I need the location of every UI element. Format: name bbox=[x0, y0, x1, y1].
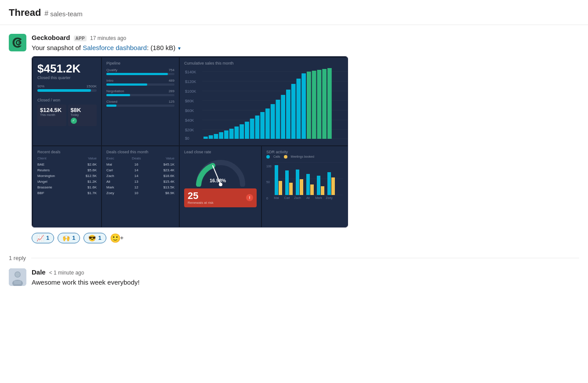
db-closed-quarter-value: $451.2K bbox=[37, 63, 97, 74]
svg-rect-33 bbox=[281, 95, 285, 139]
pipeline-item-qualify: Qualify 754 bbox=[106, 68, 174, 75]
dropdown-arrow-icon[interactable]: ▾ bbox=[178, 45, 181, 51]
table-row: Zach14$18.6K bbox=[106, 173, 174, 179]
reply-sender: Dale bbox=[32, 268, 46, 276]
reply-text: Awesome work this week everybody! bbox=[32, 278, 579, 287]
reaction-sunglasses-emoji: 😎 bbox=[88, 235, 96, 242]
add-reaction-button[interactable]: 🙂+ bbox=[110, 232, 124, 244]
legend-meetings-label: Meetings booked bbox=[291, 155, 314, 158]
svg-rect-57 bbox=[285, 170, 289, 195]
reactions-bar: 📈 1 🙌 1 😎 1 🙂+ bbox=[32, 232, 579, 244]
renewals-box: 25 Renewals at risk ! bbox=[184, 188, 257, 207]
svg-rect-62 bbox=[310, 184, 314, 195]
pipeline-neg-val: 289 bbox=[169, 89, 174, 93]
recent-deals-table: Client Value BAE$2.6K Reuters$5.6K Morni… bbox=[37, 156, 97, 196]
svg-rect-21 bbox=[219, 132, 223, 139]
db-closed-won-grid: $124.5K This month $8K Today ✓ bbox=[37, 105, 97, 126]
db-lead-title: Lead close rate bbox=[184, 150, 257, 154]
recent-deals-tbody: BAE$2.6K Reuters$5.6K Mornington$12.5K I… bbox=[37, 162, 97, 196]
svg-rect-19 bbox=[209, 135, 213, 139]
pipeline-item-negotiation: Negotiation 289 bbox=[106, 89, 174, 96]
dale-avatar-svg bbox=[9, 268, 26, 286]
reaction-chart[interactable]: 📈 1 bbox=[32, 233, 54, 243]
dale-avatar-img bbox=[9, 268, 26, 286]
page-header: Thread # sales-team bbox=[0, 0, 588, 25]
svg-text:20 Feb: 20 Feb bbox=[276, 141, 287, 142]
svg-point-76 bbox=[15, 272, 20, 277]
svg-text:$80K: $80K bbox=[185, 99, 194, 103]
table-row: IAngel$1.2K bbox=[37, 179, 97, 184]
svg-text:16.58%: 16.58% bbox=[210, 178, 226, 183]
dashboard-link[interactable]: Salesforce dashboard bbox=[83, 44, 147, 51]
svg-rect-41 bbox=[322, 69, 327, 139]
col-value: Value bbox=[74, 156, 97, 162]
db-cumulative-title: Cumulative sales this month bbox=[184, 61, 348, 65]
db-month-item: $124.5K This month bbox=[37, 105, 66, 126]
svg-rect-22 bbox=[224, 130, 229, 139]
replies-divider: 1 reply bbox=[9, 255, 579, 261]
table-row: BAE$2.6K bbox=[37, 162, 97, 167]
geckoboard-avatar bbox=[9, 34, 26, 51]
channel-label: # sales-team bbox=[44, 10, 82, 18]
sender-name: Geckoboard bbox=[32, 34, 70, 41]
geckoboard-message: Geckoboard APP 17 minutes ago Your snaps… bbox=[9, 34, 579, 248]
app-badge: APP bbox=[74, 36, 87, 41]
db-deals-closed-title: Deals closed this month bbox=[106, 150, 174, 154]
table-row: BBF$1.7K bbox=[37, 190, 97, 196]
pipeline-intro-name: Intro bbox=[106, 79, 113, 83]
svg-text:$100K: $100K bbox=[185, 89, 196, 94]
db-green-check: ✓ bbox=[71, 118, 77, 124]
cumulative-chart-svg: $140K $120K $100K $80K $60K $40K $20K $0 bbox=[184, 67, 348, 142]
renewals-content: 25 Renewals at risk bbox=[188, 191, 214, 205]
db-cumulative-cell: Cumulative sales this month $140K $120K … bbox=[180, 58, 348, 145]
db-today-label: Today bbox=[71, 113, 94, 116]
svg-rect-35 bbox=[291, 84, 296, 139]
message-text: Your snapshot of Salesforce dashboard: (… bbox=[32, 43, 579, 53]
reaction-clap-count: 1 bbox=[72, 235, 75, 241]
check-icon: ✓ bbox=[72, 119, 75, 123]
reaction-clap-emoji: 🙌 bbox=[62, 235, 70, 242]
svg-rect-37 bbox=[301, 73, 306, 139]
pipeline-neg-name: Negotiation bbox=[106, 89, 124, 93]
reply-meta: Dale < 1 minute ago bbox=[32, 268, 579, 276]
renewals-label: Renewals at risk bbox=[188, 201, 214, 205]
message-timestamp: 17 minutes ago bbox=[90, 35, 126, 41]
db-progress-bg bbox=[37, 89, 97, 92]
message-text-before: Your snapshot of bbox=[32, 44, 83, 51]
svg-rect-23 bbox=[229, 129, 234, 139]
reaction-clap[interactable]: 🙌 1 bbox=[58, 233, 80, 243]
svg-rect-38 bbox=[307, 72, 311, 139]
svg-point-48 bbox=[219, 183, 222, 186]
svg-rect-34 bbox=[286, 90, 290, 139]
svg-text:Zach: Zach bbox=[294, 196, 301, 199]
legend-dot-meetings bbox=[284, 155, 287, 159]
legend-dot-calls bbox=[266, 155, 270, 159]
pipeline-item-intro: Intro 489 bbox=[106, 79, 174, 86]
svg-text:Mal: Mal bbox=[274, 196, 279, 199]
db-today-val: $8K bbox=[71, 107, 94, 113]
reply-message-body: Dale < 1 minute ago Awesome work this we… bbox=[32, 268, 579, 287]
svg-rect-36 bbox=[297, 79, 301, 139]
reaction-sunglasses-count: 1 bbox=[98, 235, 101, 241]
dale-avatar bbox=[9, 268, 26, 286]
svg-rect-29 bbox=[260, 112, 265, 139]
db-month-val: $124.5K bbox=[40, 107, 64, 113]
db-pipeline-cell: Pipeline Qualify 754 bbox=[102, 58, 179, 145]
reaction-sunglasses[interactable]: 😎 1 bbox=[83, 233, 106, 243]
renewals-number: 25 bbox=[188, 191, 214, 201]
svg-text:$0: $0 bbox=[185, 136, 189, 141]
db-lead-close-cell: Lead close rate bbox=[180, 146, 261, 228]
db-today-item: $8K Today ✓ bbox=[68, 105, 97, 126]
alert-icon: ! bbox=[246, 194, 253, 201]
sdr-chart-container: 100 50 0 bbox=[266, 160, 348, 200]
svg-rect-26 bbox=[245, 122, 249, 139]
db-progress-area: 90% 1500K bbox=[37, 84, 97, 92]
reaction-chart-emoji: 📈 bbox=[36, 235, 44, 242]
reaction-chart-count: 1 bbox=[46, 235, 49, 241]
table-row: Mornington$12.5K bbox=[37, 173, 97, 179]
svg-rect-31 bbox=[271, 104, 275, 139]
message-meta: Geckoboard APP 17 minutes ago bbox=[32, 34, 579, 41]
svg-text:Zoey: Zoey bbox=[326, 196, 333, 200]
svg-rect-40 bbox=[317, 70, 321, 139]
table-row: Brasserie$1.6K bbox=[37, 184, 97, 190]
